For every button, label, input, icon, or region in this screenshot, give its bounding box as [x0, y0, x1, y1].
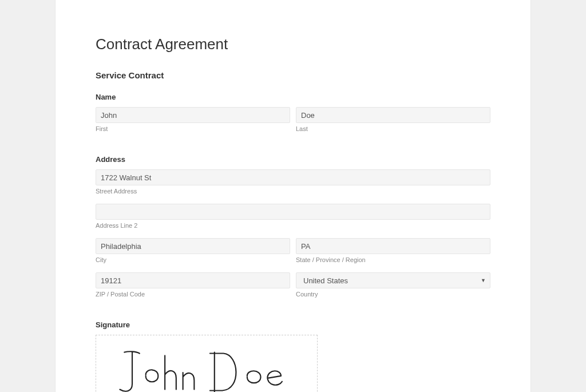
- country-select[interactable]: United States: [296, 272, 490, 288]
- signature-canvas[interactable]: [96, 335, 318, 392]
- country-sublabel: Country: [296, 291, 490, 298]
- name-label: Name: [96, 93, 490, 101]
- street-sublabel: Street Address: [96, 188, 490, 195]
- last-name-sublabel: Last: [296, 125, 490, 132]
- street-input[interactable]: [96, 169, 490, 185]
- country-value: United States: [303, 276, 348, 285]
- address-line2-input[interactable]: [96, 204, 490, 220]
- signature-label: Signature: [96, 320, 490, 329]
- first-name-sublabel: First: [96, 125, 290, 132]
- page-title: Contract Agreement: [96, 35, 490, 53]
- section-title: Service Contract: [96, 70, 490, 80]
- city-sublabel: City: [96, 256, 290, 263]
- address-line2-sublabel: Address Line 2: [96, 222, 490, 229]
- address-label: Address: [96, 155, 490, 164]
- name-group: Name First Last: [96, 93, 490, 141]
- state-input[interactable]: [296, 238, 490, 254]
- state-sublabel: State / Province / Region: [296, 256, 490, 263]
- city-input[interactable]: [96, 238, 290, 254]
- form-container: Contract Agreement Service Contract Name…: [55, 0, 531, 392]
- last-name-input[interactable]: [296, 107, 490, 123]
- zip-sublabel: ZIP / Postal Code: [96, 291, 290, 298]
- first-name-input[interactable]: [96, 107, 290, 123]
- zip-input[interactable]: [96, 272, 290, 288]
- address-group: Address Street Address Address Line 2 Ci…: [96, 155, 490, 307]
- signature-group: Signature: [96, 320, 490, 392]
